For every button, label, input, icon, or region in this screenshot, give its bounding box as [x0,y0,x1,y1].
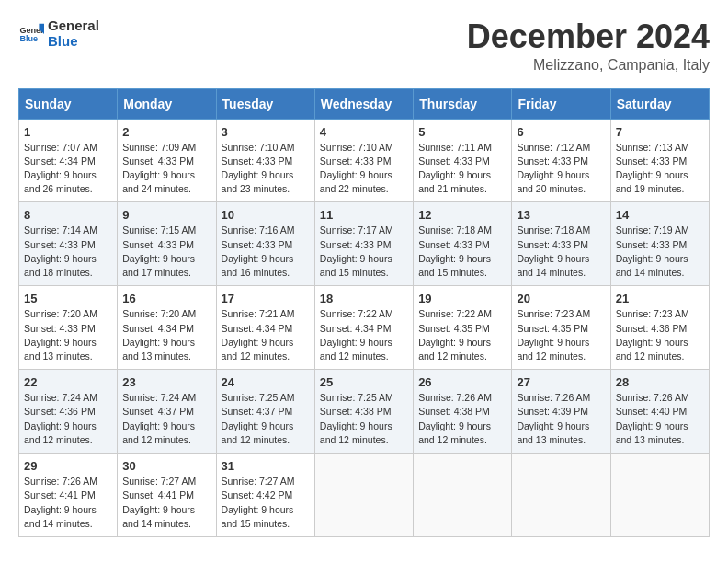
day-info: Sunrise: 7:07 AMSunset: 4:34 PMDaylight:… [24,141,112,197]
day-info: Sunrise: 7:12 AMSunset: 4:33 PMDaylight:… [517,141,605,197]
day-number: 24 [222,375,310,389]
day-cell: 19Sunrise: 7:22 AMSunset: 4:35 PMDayligh… [414,286,512,370]
day-info: Sunrise: 7:22 AMSunset: 4:35 PMDaylight:… [418,307,506,363]
day-number: 26 [418,375,506,389]
day-info: Sunrise: 7:11 AMSunset: 4:33 PMDaylight:… [418,141,506,197]
day-number: 18 [320,292,408,305]
day-info: Sunrise: 7:26 AMSunset: 4:41 PMDaylight:… [24,475,112,531]
week-row-4: 22Sunrise: 7:24 AMSunset: 4:36 PMDayligh… [19,370,710,454]
day-cell: 2Sunrise: 7:09 AMSunset: 4:33 PMDaylight… [118,119,216,202]
day-cell: 26Sunrise: 7:26 AMSunset: 4:38 PMDayligh… [414,370,512,454]
day-cell: 20Sunrise: 7:23 AMSunset: 4:35 PMDayligh… [512,286,610,370]
week-row-2: 8Sunrise: 7:14 AMSunset: 4:33 PMDaylight… [19,202,710,286]
day-cell: 4Sunrise: 7:10 AMSunset: 4:33 PMDaylight… [314,119,413,202]
day-info: Sunrise: 7:13 AMSunset: 4:33 PMDaylight:… [616,141,704,197]
day-number: 15 [24,292,112,305]
weekday-header-friday: Friday [512,88,610,119]
day-number: 27 [517,375,605,389]
day-info: Sunrise: 7:26 AMSunset: 4:38 PMDaylight:… [418,391,506,447]
day-cell: 15Sunrise: 7:20 AMSunset: 4:33 PMDayligh… [19,286,118,370]
weekday-header-thursday: Thursday [414,88,512,119]
day-cell: 23Sunrise: 7:24 AMSunset: 4:37 PMDayligh… [118,370,216,454]
day-number: 4 [320,125,408,139]
day-info: Sunrise: 7:15 AMSunset: 4:33 PMDaylight:… [122,224,210,280]
day-cell: 25Sunrise: 7:25 AMSunset: 4:38 PMDayligh… [314,370,413,454]
day-cell: 29Sunrise: 7:26 AMSunset: 4:41 PMDayligh… [19,454,118,537]
day-cell: 9Sunrise: 7:15 AMSunset: 4:33 PMDaylight… [118,202,216,286]
day-cell: 12Sunrise: 7:18 AMSunset: 4:33 PMDayligh… [414,202,512,286]
day-cell [414,454,512,537]
week-row-5: 29Sunrise: 7:26 AMSunset: 4:41 PMDayligh… [19,454,710,537]
week-row-1: 1Sunrise: 7:07 AMSunset: 4:34 PMDaylight… [19,119,710,202]
weekday-header-tuesday: Tuesday [216,88,314,119]
day-number: 30 [122,459,210,473]
day-cell: 1Sunrise: 7:07 AMSunset: 4:34 PMDaylight… [19,119,118,202]
day-info: Sunrise: 7:26 AMSunset: 4:39 PMDaylight:… [517,391,605,447]
logo-icon: General Blue [18,21,44,47]
day-number: 19 [418,292,506,305]
day-info: Sunrise: 7:18 AMSunset: 4:33 PMDaylight:… [517,224,605,280]
day-cell [610,454,709,537]
weekday-header-saturday: Saturday [610,88,709,119]
day-cell: 27Sunrise: 7:26 AMSunset: 4:39 PMDayligh… [512,370,610,454]
day-info: Sunrise: 7:23 AMSunset: 4:36 PMDaylight:… [616,307,704,363]
day-number: 13 [517,208,605,222]
day-info: Sunrise: 7:10 AMSunset: 4:33 PMDaylight:… [320,141,408,197]
day-cell: 24Sunrise: 7:25 AMSunset: 4:37 PMDayligh… [216,370,314,454]
day-info: Sunrise: 7:17 AMSunset: 4:33 PMDaylight:… [320,224,408,280]
day-number: 14 [616,208,704,222]
weekday-header-sunday: Sunday [19,88,118,119]
day-cell: 10Sunrise: 7:16 AMSunset: 4:33 PMDayligh… [216,202,314,286]
day-info: Sunrise: 7:16 AMSunset: 4:33 PMDaylight:… [222,224,310,280]
day-cell: 14Sunrise: 7:19 AMSunset: 4:33 PMDayligh… [610,202,709,286]
day-info: Sunrise: 7:26 AMSunset: 4:40 PMDaylight:… [616,391,704,447]
day-cell: 7Sunrise: 7:13 AMSunset: 4:33 PMDaylight… [610,119,709,202]
day-cell: 8Sunrise: 7:14 AMSunset: 4:33 PMDaylight… [19,202,118,286]
day-info: Sunrise: 7:20 AMSunset: 4:34 PMDaylight:… [122,307,210,363]
day-info: Sunrise: 7:25 AMSunset: 4:37 PMDaylight:… [222,391,310,447]
day-info: Sunrise: 7:25 AMSunset: 4:38 PMDaylight:… [320,391,408,447]
day-number: 7 [616,125,704,139]
day-number: 9 [122,208,210,222]
week-row-3: 15Sunrise: 7:20 AMSunset: 4:33 PMDayligh… [19,286,710,370]
day-cell: 13Sunrise: 7:18 AMSunset: 4:33 PMDayligh… [512,202,610,286]
day-number: 16 [122,292,210,305]
logo-general-text: General [48,18,99,34]
day-number: 10 [222,208,310,222]
day-number: 17 [222,292,310,305]
day-number: 28 [616,375,704,389]
day-number: 29 [24,459,112,473]
day-info: Sunrise: 7:21 AMSunset: 4:34 PMDaylight:… [222,307,310,363]
day-info: Sunrise: 7:27 AMSunset: 4:42 PMDaylight:… [222,475,310,531]
weekday-header-row: SundayMondayTuesdayWednesdayThursdayFrid… [19,88,710,119]
day-number: 22 [24,375,112,389]
weekday-header-wednesday: Wednesday [314,88,413,119]
day-info: Sunrise: 7:27 AMSunset: 4:41 PMDaylight:… [122,475,210,531]
day-number: 3 [222,125,310,139]
day-cell [512,454,610,537]
day-cell: 17Sunrise: 7:21 AMSunset: 4:34 PMDayligh… [216,286,314,370]
day-info: Sunrise: 7:09 AMSunset: 4:33 PMDaylight:… [122,141,210,197]
day-cell: 28Sunrise: 7:26 AMSunset: 4:40 PMDayligh… [610,370,709,454]
month-title: December 2024 [467,18,710,55]
day-info: Sunrise: 7:23 AMSunset: 4:35 PMDaylight:… [517,307,605,363]
calendar-table: SundayMondayTuesdayWednesdayThursdayFrid… [18,88,710,537]
day-info: Sunrise: 7:14 AMSunset: 4:33 PMDaylight:… [24,224,112,280]
day-number: 6 [517,125,605,139]
day-number: 12 [418,208,506,222]
day-info: Sunrise: 7:18 AMSunset: 4:33 PMDaylight:… [418,224,506,280]
location-subtitle: Melizzano, Campania, Italy [467,57,710,74]
day-cell: 30Sunrise: 7:27 AMSunset: 4:41 PMDayligh… [118,454,216,537]
day-cell [314,454,413,537]
day-cell: 18Sunrise: 7:22 AMSunset: 4:34 PMDayligh… [314,286,413,370]
header: General Blue General Blue December 2024 … [18,18,710,74]
day-info: Sunrise: 7:24 AMSunset: 4:37 PMDaylight:… [122,391,210,447]
weekday-header-monday: Monday [118,88,216,119]
day-cell: 21Sunrise: 7:23 AMSunset: 4:36 PMDayligh… [610,286,709,370]
svg-text:Blue: Blue [19,34,38,43]
day-number: 11 [320,208,408,222]
logo-blue-text: Blue [48,34,99,50]
day-number: 2 [122,125,210,139]
day-info: Sunrise: 7:24 AMSunset: 4:36 PMDaylight:… [24,391,112,447]
day-cell: 6Sunrise: 7:12 AMSunset: 4:33 PMDaylight… [512,119,610,202]
